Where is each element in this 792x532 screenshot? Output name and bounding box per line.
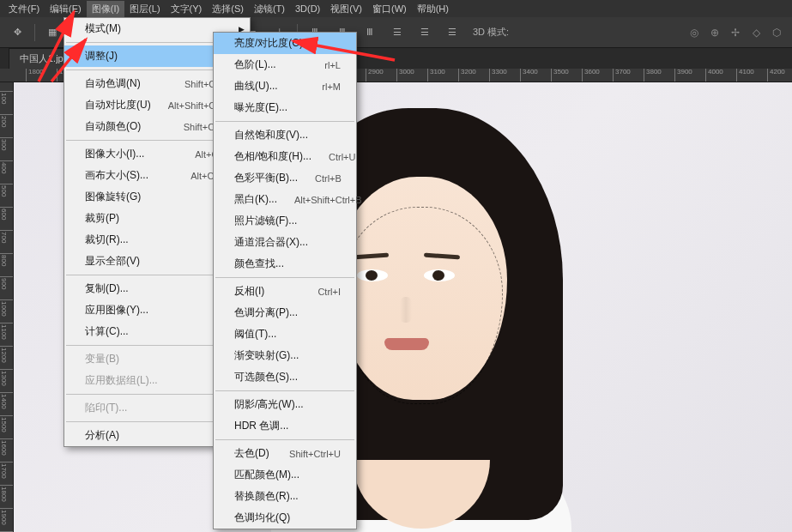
menu-item-label: 可选颜色(S)... [234,370,298,384]
ruler-tick: 3600 [582,69,600,82]
menu-item-label: 画布大小(S)... [85,168,148,183]
menu-item-label: 替换颜色(R)... [234,489,299,504]
selection-marquee [340,207,503,404]
menu-item-label: 色相/饱和度(H)... [234,149,311,164]
menu-item[interactable]: 色调分离(P)... [214,302,356,323]
ruler-tick: 3000 [396,69,414,82]
menu-item[interactable]: 色相/饱和度(H)...Ctrl+U [214,146,356,167]
menu-item[interactable]: 曝光度(E)... [214,97,356,118]
distribute-icon[interactable]: ☰ [442,22,463,43]
menu-item-label: 通道混合器(X)... [234,235,308,250]
mode3d-label: 3D 模式: [473,26,509,39]
menu-separator [215,277,354,278]
ruler-tick: 3700 [613,69,631,82]
menu-item-label: 调整(J) [85,49,118,63]
ruler-tick: 400 [0,160,14,173]
view-icon[interactable]: ⬡ [768,24,785,41]
menu-item[interactable]: 匹配颜色(M)... [214,464,356,486]
ruler-tick: 4100 [736,69,754,82]
ruler-tick: 600 [0,207,14,220]
menu-item[interactable]: 阴影/高光(W)... [214,394,356,415]
menu-item-label: 照片滤镜(F)... [234,214,297,228]
menu-item-label: 自动颜色(O) [85,119,141,134]
menu-item-label: 渐变映射(G)... [234,348,299,363]
menu-shortcut: Alt+Shift+Ctrl+B [294,195,362,205]
menu-select[interactable]: 选择(S) [207,1,249,17]
menu-item[interactable]: 照片滤镜(F)... [214,210,356,232]
menu-item-label: 裁剪(P) [85,211,119,226]
menu-item[interactable]: 色阶(L)...rl+L [214,54,356,76]
menu-item-label: 曲线(U)... [234,79,278,94]
ruler-tick: 1100 [0,323,14,340]
menu-item-label: 自然饱和度(V)... [234,128,308,142]
menu-item[interactable]: 曲线(U)...rl+M [214,76,356,97]
ruler-tick: 3200 [458,69,476,82]
menu-item[interactable]: 渐变映射(G)... [214,345,356,366]
menu-item[interactable]: 黑白(K)...Alt+Shift+Ctrl+B [214,189,356,210]
menu-help[interactable]: 帮助(H) [412,1,454,17]
menu-item-label: 色阶(L)... [234,57,276,72]
menu-item-label: 显示全部(V) [85,254,140,269]
menu-filter[interactable]: 滤镜(T) [249,1,290,17]
menu-shortcut: rl+M [322,82,341,92]
orbit-icon[interactable]: ◎ [686,24,703,41]
menu-item[interactable]: HDR 色调... [214,415,356,437]
menu-item-label: 颜色查找... [234,257,284,271]
move-tool-icon[interactable]: ✥ [7,22,27,43]
menu-item[interactable]: 自然饱和度(V)... [214,124,356,146]
menu-item-label: 陷印(T)... [85,401,127,415]
separator [34,24,35,41]
menu-item-label: 色调分离(P)... [234,305,298,320]
toolbar-icon[interactable]: ▦ [42,22,63,43]
ruler-tick: 1700 [0,462,14,479]
menu-item[interactable]: 色彩平衡(B)...Ctrl+B [214,167,356,189]
ruler-tick: 4000 [705,69,723,82]
distribute-icon[interactable]: Ⅲ [360,22,380,43]
menu-separator [215,439,354,440]
menu-edit[interactable]: 编辑(E) [45,1,87,17]
menu-item[interactable]: 色调均化(Q) [214,507,356,529]
menu-item[interactable]: 可选颜色(S)... [214,366,356,388]
menu-item[interactable]: 通道混合器(X)... [214,232,356,253]
menu-type[interactable]: 文字(Y) [166,1,208,17]
ruler-tick: 3500 [551,69,569,82]
distribute-icon[interactable]: ☰ [414,22,435,43]
light-icon[interactable]: ✢ [727,24,744,41]
ruler-tick: 1500 [0,415,14,432]
menu-item[interactable]: 阈值(T)... [214,323,356,345]
menu-item-label: 复制(D)... [85,281,129,296]
ruler-tick: 1900 [0,508,14,525]
menu-item-label: 亮度/对比度(C)... [234,36,311,51]
menu-item[interactable]: 去色(D)Shift+Ctrl+U [214,443,356,464]
menu-item[interactable]: 替换颜色(R)... [214,486,356,507]
menu-separator [215,390,354,391]
menu-layer[interactable]: 图层(L) [124,1,165,17]
ruler-tick: 300 [0,137,14,150]
menu-item[interactable]: 反相(I)Ctrl+I [214,281,356,302]
menu-view[interactable]: 视图(V) [325,1,367,17]
menu-item-label: 计算(C)... [85,324,129,339]
distribute-icon[interactable]: ☰ [387,22,408,43]
pan-icon[interactable]: ⊕ [706,24,723,41]
menu-window[interactable]: 窗口(W) [367,1,412,17]
menu-3d[interactable]: 3D(D) [290,2,325,15]
menu-shortcut: rl+L [324,60,341,70]
ruler-tick: 1800 [0,485,14,502]
menu-item-label: 自动对比度(U) [85,98,151,112]
ruler-tick: 3100 [427,69,445,82]
menu-item-label: 黑白(K)... [234,192,277,207]
menu-item-label: 匹配颜色(M)... [234,468,299,482]
menu-item[interactable]: 颜色查找... [214,253,356,275]
menu-image[interactable]: 图像(I) [87,1,124,17]
menu-shortcut: Ctrl+U [329,152,355,162]
menu-item-label: 去色(D) [234,446,269,461]
menu-item[interactable]: 亮度/对比度(C)... [214,33,356,54]
menu-item-label: 反相(I) [234,284,264,299]
menu-item-label: 模式(M) [85,21,121,36]
menu-file[interactable]: 文件(F) [3,1,45,17]
menubar: 文件(F) 编辑(E) 图像(I) 图层(L) 文字(Y) 选择(S) 滤镜(T… [0,0,792,17]
menu-item-label: 阈值(T)... [234,327,276,342]
menu-item-label: 变量(B) [85,352,119,366]
menu-item-label: 色调均化(Q) [234,511,290,525]
scale-icon[interactable]: ◇ [747,24,765,41]
